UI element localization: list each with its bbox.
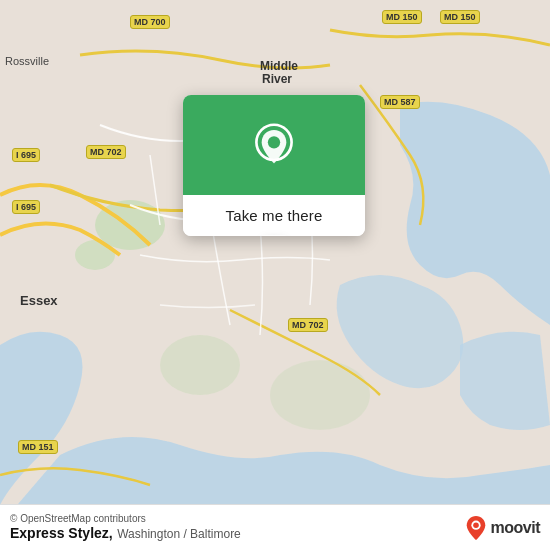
svg-text:Essex: Essex [20, 293, 58, 308]
popup-card: Take me there [183, 95, 365, 236]
road-badge-md702-3: MD 702 [288, 318, 328, 332]
svg-text:Rossville: Rossville [5, 55, 49, 67]
take-me-there-button[interactable]: Take me there [183, 195, 365, 236]
svg-point-4 [270, 360, 370, 430]
road-badge-md587: MD 587 [380, 95, 420, 109]
svg-point-12 [473, 522, 479, 528]
road-badge-i695-2: I 695 [12, 200, 40, 214]
road-badge-md150-2: MD 150 [440, 10, 480, 24]
moovit-brand-text: moovit [491, 519, 540, 537]
road-badge-md150-1: MD 150 [382, 10, 422, 24]
bottom-info: © OpenStreetMap contributors Express Sty… [10, 513, 241, 542]
svg-text:Middle: Middle [260, 59, 298, 73]
popup-header [183, 95, 365, 195]
road-badge-i695-1: I 695 [12, 148, 40, 162]
road-badge-md151: MD 151 [18, 440, 58, 454]
bottom-bar: © OpenStreetMap contributors Express Sty… [0, 504, 550, 550]
svg-point-10 [268, 136, 280, 148]
svg-point-3 [160, 335, 240, 395]
place-region: Washington / Baltimore [117, 527, 241, 541]
moovit-logo: moovit [465, 515, 540, 541]
popup-pointer [262, 235, 286, 236]
place-info: Express Stylez, Washington / Baltimore [10, 524, 241, 542]
road-badge-md702-1: MD 702 [86, 145, 126, 159]
moovit-pin-icon [465, 515, 487, 541]
road-badge-md700: MD 700 [130, 15, 170, 29]
svg-point-2 [75, 240, 115, 270]
place-name: Express Stylez, [10, 525, 113, 541]
map-container: Essex Middle River Rossville MD 700 MD 1… [0, 0, 550, 550]
attribution-text: © OpenStreetMap contributors [10, 513, 241, 524]
location-pin-icon [252, 123, 296, 167]
svg-text:River: River [262, 72, 292, 86]
map-background: Essex Middle River Rossville [0, 0, 550, 550]
